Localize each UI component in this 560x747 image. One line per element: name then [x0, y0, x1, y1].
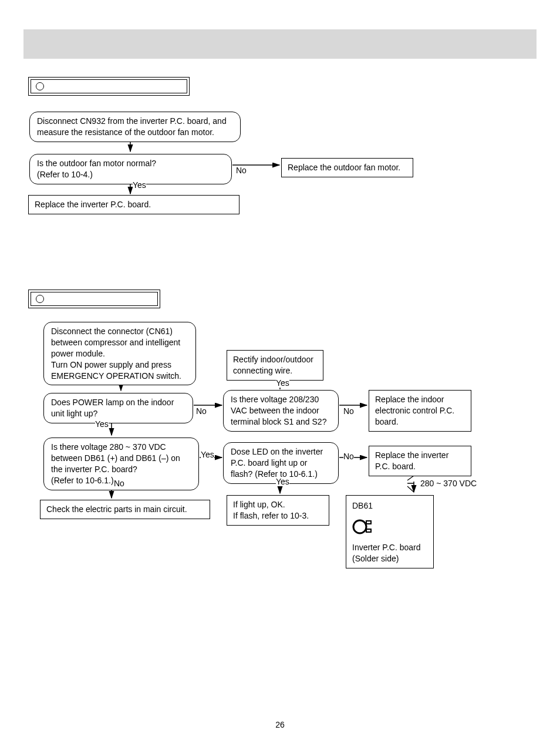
label-yes: Yes [276, 477, 289, 486]
label-yes: Yes [201, 450, 214, 459]
label-no: No [343, 406, 354, 416]
text: Does POWER lamp on the indoor unit light… [51, 398, 174, 418]
text: Dose LED on the inverter P.C. board ligh… [231, 447, 323, 479]
label-yes: Yes [133, 180, 146, 190]
flowchart-1-title [28, 77, 190, 96]
vdc-label: 280 ~ 370 VDC [420, 479, 477, 488]
text: Is there voltage 208/230 VAC between the… [231, 395, 326, 426]
circle-icon [36, 82, 44, 90]
text: Replace the inverter P.C. board. [375, 450, 448, 471]
flow1-step1: Disconnect CN932 from the inverter P.C. … [29, 112, 241, 142]
text: Disconnect the connector (CN61) between … [51, 327, 181, 381]
svg-rect-17 [366, 521, 371, 524]
flow2-dec-power: Does POWER lamp on the indoor unit light… [43, 393, 193, 423]
text: Check the electric parts in main circuit… [46, 504, 187, 514]
flow1-decision1: Is the outdoor fan motor normal? (Refer … [29, 154, 232, 184]
flow2-light: If light up, OK. If flash, refer to 10-3… [227, 495, 329, 526]
page-number: 26 [0, 720, 560, 729]
label-yes: Yes [95, 419, 109, 429]
svg-point-16 [353, 520, 366, 533]
flow2-step1: Disconnect the connector (CN61) between … [43, 322, 196, 385]
flowchart-2-title [28, 290, 160, 308]
db61-block: DB61 Inverter P.C. board (Solder side) [346, 495, 434, 568]
label-no: No [343, 452, 354, 461]
flow1-action-no: Replace the outdoor fan motor. [281, 158, 413, 177]
svg-line-15 [407, 476, 414, 480]
flow2-replace-indoor: Replace the indoor electronic control P.… [369, 390, 471, 432]
circle-icon [36, 295, 44, 303]
flow2-replace-inverter: Replace the inverter P.C. board. [369, 446, 471, 476]
header-bar [23, 29, 537, 59]
text: Replace the outdoor fan motor. [288, 163, 400, 172]
db61-component-icon [352, 514, 376, 539]
flow2-rectify: Rectify indoor/outdoor connecting wire. [227, 350, 323, 381]
text: If light up, OK. If flash, refer to 10-3… [233, 500, 309, 520]
board-label-2: (Solder side) [352, 553, 427, 564]
label-yes: Yes [276, 378, 289, 388]
flow1-action-yes: Replace the inverter P.C. board. [28, 195, 239, 214]
svg-rect-18 [366, 529, 371, 532]
label-no: No [236, 166, 247, 175]
db61-label: DB61 [352, 500, 427, 512]
text: Disconnect CN932 from the inverter P.C. … [37, 116, 227, 137]
flow2-check: Check the electric parts in main circuit… [40, 500, 210, 519]
label-no: No [114, 479, 124, 488]
board-label-1: Inverter P.C. board [352, 542, 427, 553]
text: Is the outdoor fan motor normal? (Refer … [37, 159, 156, 179]
text: Rectify indoor/outdoor connecting wire. [233, 355, 313, 375]
text: Replace the inverter P.C. board. [35, 200, 151, 209]
text: Replace the indoor electronic control P.… [375, 395, 454, 426]
flow2-dec-s1s2: Is there voltage 208/230 VAC between the… [223, 390, 339, 432]
svg-line-14 [407, 486, 414, 492]
label-no: No [196, 406, 207, 416]
